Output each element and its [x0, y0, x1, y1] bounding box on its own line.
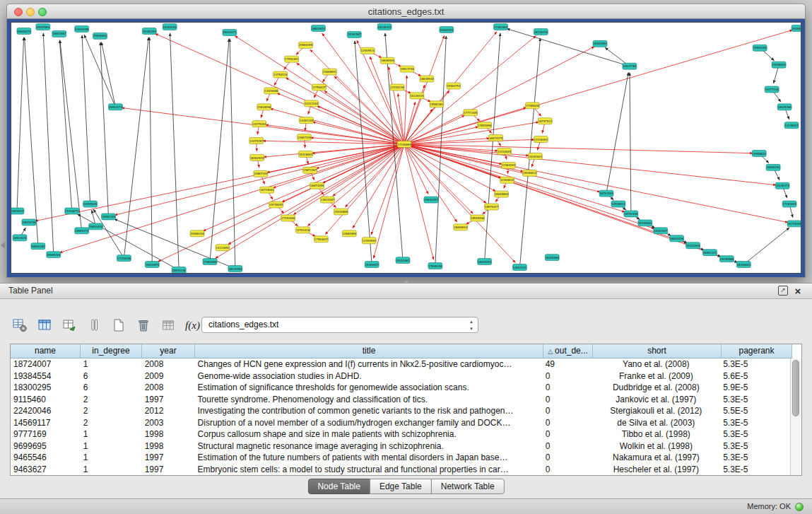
- network-node[interactable]: 17695430: [428, 263, 442, 269]
- network-node[interactable]: 15391507: [347, 31, 361, 37]
- network-edge[interactable]: [542, 123, 544, 133]
- network-node[interactable]: 15937054: [36, 23, 50, 30]
- column-header-in_degree[interactable]: in_degree: [81, 344, 142, 358]
- network-node[interactable]: 13067230: [298, 134, 312, 141]
- network-edge[interactable]: [101, 42, 114, 105]
- network-edge[interactable]: [60, 40, 82, 229]
- network-node[interactable]: 16640926: [380, 57, 394, 64]
- network-node[interactable]: 13020347: [11, 208, 24, 214]
- network-node[interactable]: 15952109: [102, 214, 116, 220]
- table-row[interactable]: 2242004622012Investigating the contribut…: [11, 405, 791, 417]
- network-edge[interactable]: [507, 29, 628, 66]
- network-node[interactable]: 12756427: [312, 84, 326, 90]
- network-node[interactable]: 16093491: [766, 164, 780, 170]
- network-node[interactable]: 21694188: [75, 25, 89, 32]
- column-header-short[interactable]: short: [593, 344, 722, 358]
- network-node[interactable]: 20654382: [31, 243, 45, 250]
- network-node[interactable]: 17240695: [397, 141, 411, 148]
- network-edge[interactable]: [406, 139, 534, 144]
- network-node[interactable]: 19305628: [792, 25, 801, 31]
- network-node[interactable]: 19277418: [765, 86, 779, 93]
- network-node[interactable]: 18022567: [52, 30, 66, 37]
- table-selector-dropdown[interactable]: citations_edges.txt ▲ ▼: [201, 317, 478, 333]
- network-node[interactable]: 18541024: [13, 235, 27, 241]
- network-edge[interactable]: [406, 36, 536, 144]
- table-row[interactable]: 1938455462009Genome-wide association stu…: [11, 370, 791, 382]
- network-edge[interactable]: [783, 187, 787, 198]
- scrollbar-thumb[interactable]: [792, 360, 799, 416]
- network-node[interactable]: 19447784: [623, 63, 637, 69]
- network-node[interactable]: 18634921: [311, 25, 325, 31]
- tab-node-table[interactable]: Node Table: [307, 479, 370, 494]
- network-node[interactable]: 20533174: [109, 104, 123, 110]
- network-graph[interactable]: 2063037415937054180225672169418817695092…: [11, 23, 801, 273]
- network-edge[interactable]: [406, 47, 594, 144]
- table-row[interactable]: 969969511998Structural magnetic resonanc…: [11, 440, 791, 452]
- network-node[interactable]: 18757512: [538, 118, 552, 124]
- network-edge[interactable]: [17, 37, 23, 209]
- network-node[interactable]: 12867154: [254, 170, 268, 177]
- network-node[interactable]: 19269527: [365, 262, 379, 268]
- network-node[interactable]: 17485036: [525, 103, 539, 109]
- network-node[interactable]: 22600395: [299, 42, 313, 48]
- network-node[interactable]: 19632075: [145, 262, 159, 268]
- network-node[interactable]: 14452145: [300, 117, 314, 124]
- network-node[interactable]: 15844357: [424, 197, 438, 203]
- network-node[interactable]: 18425306: [777, 104, 792, 110]
- network-canvas[interactable]: 2063037415937054180225672169418817695092…: [11, 22, 801, 274]
- network-node[interactable]: 17103635: [782, 201, 796, 207]
- network-node[interactable]: 18096594: [454, 224, 468, 230]
- network-node[interactable]: 19738452: [269, 201, 283, 208]
- table-row[interactable]: 946554611997Estimation of the future num…: [11, 452, 791, 464]
- network-node[interactable]: 19613740: [400, 66, 414, 72]
- network-node[interactable]: 12882850: [342, 230, 356, 237]
- network-edge[interactable]: [43, 33, 53, 252]
- network-node[interactable]: 18130447: [377, 23, 392, 30]
- network-node[interactable]: 12252093: [362, 238, 376, 244]
- network-node[interactable]: 20423471: [223, 29, 237, 35]
- network-node[interactable]: 13220138: [390, 84, 404, 90]
- table-settings-icon[interactable]: [10, 316, 29, 335]
- network-node[interactable]: 12212104: [305, 100, 319, 107]
- network-edge[interactable]: [406, 145, 788, 223]
- network-edge[interactable]: [774, 67, 779, 83]
- table-row[interactable]: 911546021997Tourette syndrome. Phenomeno…: [11, 394, 791, 406]
- column-header-pagerank[interactable]: pagerank: [722, 344, 792, 358]
- column-header-out_de[interactable]: △out_de...: [543, 344, 593, 358]
- network-node[interactable]: 20551321: [702, 250, 717, 256]
- network-node[interactable]: 21516072: [65, 208, 79, 214]
- network-edge[interactable]: [607, 72, 629, 191]
- network-edge[interactable]: [210, 39, 229, 259]
- network-node[interactable]: 16648894: [495, 191, 509, 197]
- network-node[interactable]: 19245086: [719, 256, 734, 262]
- network-node[interactable]: 12754519: [273, 71, 288, 78]
- network-node[interactable]: 13633287: [320, 197, 334, 203]
- table-row[interactable]: 977716911998Corpus callosum shape and si…: [11, 428, 791, 440]
- network-node[interactable]: 18733064: [260, 187, 274, 193]
- network-node[interactable]: 20554136: [172, 267, 186, 273]
- network-node[interactable]: 15582381: [430, 101, 444, 107]
- network-node[interactable]: 16265354: [163, 23, 177, 30]
- network-node[interactable]: 18579427: [485, 204, 499, 210]
- network-edge[interactable]: [405, 35, 445, 142]
- panel-collapse-arrow-icon[interactable]: [1, 242, 5, 249]
- network-node[interactable]: 14530913: [611, 201, 625, 207]
- network-edge[interactable]: [435, 36, 446, 264]
- network-edge[interactable]: [203, 145, 402, 231]
- network-node[interactable]: 18630542: [420, 76, 434, 82]
- network-node[interactable]: 15109064: [638, 220, 652, 226]
- network-node[interactable]: 22608091: [322, 69, 336, 75]
- network-node[interactable]: 16791520: [599, 190, 613, 197]
- network-node[interactable]: 14112052: [216, 245, 230, 251]
- network-edge[interactable]: [357, 40, 404, 142]
- network-node[interactable]: 13216492: [534, 136, 548, 143]
- network-node[interactable]: 16035294: [478, 259, 492, 265]
- network-node[interactable]: 16162043: [528, 153, 542, 159]
- network-node[interactable]: 16791946: [624, 211, 638, 217]
- table-row[interactable]: 1872400712008Changes of HCN gene express…: [11, 358, 791, 370]
- network-node[interactable]: 15318603: [299, 151, 313, 157]
- network-node[interactable]: 14228047: [784, 122, 799, 129]
- import-table-icon[interactable]: [158, 316, 177, 335]
- network-node[interactable]: 23818596: [257, 104, 271, 110]
- network-node[interactable]: 15593184: [753, 45, 767, 51]
